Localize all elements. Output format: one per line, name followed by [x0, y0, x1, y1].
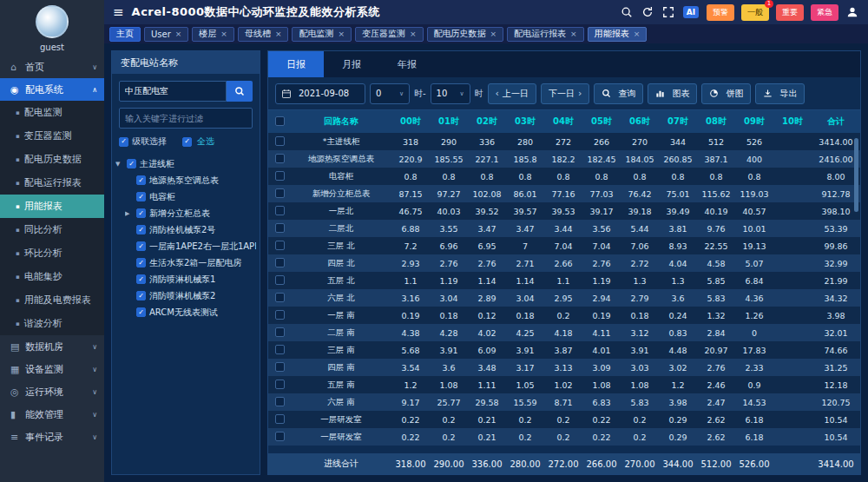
station-input[interactable]: [119, 81, 227, 102]
sidebar-subitem[interactable]: ▪电能集抄: [0, 265, 104, 288]
sidebar-item[interactable]: ◉配电系统∧: [0, 78, 104, 101]
alarm-button[interactable]: 重要: [776, 4, 804, 21]
tree-node[interactable]: ✓电容柜: [125, 188, 256, 205]
sidebar-item[interactable]: ⌂首页∨: [0, 56, 104, 78]
tree-node-root[interactable]: ▼✓主进线柜: [115, 155, 256, 172]
tree-checkbox[interactable]: ✓: [136, 225, 146, 234]
row-checkbox[interactable]: [275, 275, 285, 285]
tree-checkbox[interactable]: ✓: [136, 175, 146, 185]
pie-button[interactable]: 饼图: [701, 83, 751, 104]
close-icon[interactable]: ×: [634, 30, 641, 38]
sidebar-subitem[interactable]: ▪配电历史数据: [0, 148, 104, 171]
sidebar-subitem[interactable]: ▪配电运行报表: [0, 171, 104, 195]
user-icon[interactable]: [846, 6, 859, 19]
export-button[interactable]: 导出: [755, 83, 805, 104]
tree-checkbox[interactable]: ✓: [136, 241, 146, 251]
tab-item[interactable]: 楼层×: [192, 27, 234, 42]
sidebar-subitem[interactable]: ▪用能及电费报表: [0, 288, 104, 312]
search-icon[interactable]: [621, 6, 634, 19]
close-icon[interactable]: ×: [220, 30, 227, 38]
tree-checkbox[interactable]: ✓: [136, 208, 146, 218]
end-hour-select[interactable]: 10 ∨: [431, 83, 470, 104]
station-search-button[interactable]: [227, 81, 253, 102]
sidebar-item[interactable]: ▦设备监测∨: [0, 358, 104, 380]
tree-node[interactable]: ✓消防栓机械泵2号: [125, 221, 256, 238]
refresh-icon[interactable]: [641, 6, 654, 19]
ai-badge[interactable]: AI: [683, 6, 699, 18]
close-icon[interactable]: ×: [175, 30, 182, 38]
sidebar-item[interactable]: ▤数据机房∨: [0, 335, 104, 358]
close-icon[interactable]: ×: [338, 30, 345, 38]
alarm-button[interactable]: 预警: [707, 4, 734, 21]
close-icon[interactable]: ×: [570, 30, 577, 38]
sidebar-subitem[interactable]: ▪用能报表: [0, 195, 104, 218]
query-button[interactable]: 查询: [594, 83, 643, 104]
tree-node[interactable]: ✓ARCM无线表测试: [125, 304, 256, 320]
tab-item[interactable]: 配电监测×: [292, 27, 352, 42]
sidebar-item[interactable]: ▮能效管理∨: [0, 403, 104, 426]
tree-node[interactable]: ✓消防喷淋机械泵1: [125, 271, 256, 287]
tab-item[interactable]: 用能报表×: [588, 27, 648, 42]
menu-toggle-icon[interactable]: ≡: [113, 4, 124, 20]
sidebar-subitem[interactable]: ▪谐波分析: [0, 312, 104, 335]
close-icon[interactable]: ×: [490, 30, 497, 38]
sidebar-item[interactable]: ≡事件记录∨: [0, 426, 104, 448]
sidebar-subitem[interactable]: ▪同比分析: [0, 218, 104, 241]
chart-button[interactable]: 图表: [648, 83, 697, 104]
row-checkbox[interactable]: [275, 223, 285, 233]
next-day-button[interactable]: 下一日 ›: [541, 83, 589, 104]
tree-checkbox[interactable]: ✓: [127, 159, 136, 168]
row-checkbox[interactable]: [275, 327, 285, 337]
filter-input[interactable]: [119, 108, 253, 129]
tree-node[interactable]: ✓地源热泵空调总表: [125, 172, 256, 188]
alarm-button[interactable]: 一般1: [741, 4, 769, 21]
caret-right-icon[interactable]: ▶: [125, 210, 133, 217]
tree-node[interactable]: ▶✓新增分立柜总表: [125, 205, 256, 221]
date-picker[interactable]: 2021-09-08: [275, 83, 365, 104]
tab-item[interactable]: 配电历史数据×: [427, 27, 504, 42]
row-checkbox[interactable]: [275, 188, 285, 198]
sidebar-subitem[interactable]: ▪环比分析: [0, 241, 104, 265]
avatar[interactable]: [36, 5, 69, 38]
sidebar-subitem[interactable]: ▪变压器监测: [0, 124, 104, 148]
tab-item[interactable]: 配电运行报表×: [507, 27, 584, 42]
sidebar-item[interactable]: ◎运行环境∨: [0, 380, 104, 403]
cascade-checkbox[interactable]: ✓: [119, 137, 128, 147]
row-checkbox[interactable]: [275, 293, 285, 302]
tab-item[interactable]: 母线槽×: [238, 27, 289, 42]
row-checkbox[interactable]: [275, 136, 285, 146]
tab-item[interactable]: User×: [144, 27, 188, 42]
select-all-checkbox[interactable]: ✓: [182, 137, 192, 147]
tree-checkbox[interactable]: ✓: [136, 274, 146, 284]
caret-down-icon[interactable]: ▼: [115, 161, 123, 168]
row-checkbox[interactable]: [275, 345, 285, 354]
row-checkbox[interactable]: [275, 432, 285, 441]
tab-item[interactable]: 变压器监测×: [355, 27, 424, 42]
row-checkbox[interactable]: [275, 397, 285, 406]
row-checkbox[interactable]: [275, 414, 285, 424]
prev-day-button[interactable]: ‹ 上一日: [488, 83, 536, 104]
select-all-rows-checkbox[interactable]: [275, 116, 285, 126]
tree-checkbox[interactable]: ✓: [136, 307, 146, 317]
tree-checkbox[interactable]: ✓: [136, 192, 146, 201]
row-checkbox[interactable]: [275, 362, 285, 372]
row-checkbox[interactable]: [275, 241, 285, 250]
row-checkbox[interactable]: [275, 258, 285, 267]
start-hour-select[interactable]: 0 ∨: [370, 83, 410, 104]
report-tab[interactable]: 月报: [324, 51, 379, 77]
close-icon[interactable]: ×: [410, 30, 417, 38]
report-tab[interactable]: 日报: [268, 51, 324, 77]
vertical-scrollbar[interactable]: [854, 138, 858, 212]
close-icon[interactable]: ×: [275, 30, 282, 38]
alarm-button[interactable]: 紧急: [811, 4, 838, 21]
report-tab[interactable]: 年报: [379, 51, 435, 77]
row-checkbox[interactable]: [275, 310, 285, 320]
row-checkbox[interactable]: [275, 206, 285, 215]
sidebar-subitem[interactable]: ▪配电监测: [0, 101, 104, 124]
tree-checkbox[interactable]: ✓: [136, 291, 146, 300]
tree-node[interactable]: ✓消防喷淋机械泵2: [125, 287, 256, 304]
fullscreen-icon[interactable]: [662, 6, 675, 19]
tab-item[interactable]: 主页: [109, 27, 141, 42]
tree-node[interactable]: ✓生活水泵2箱一层配电房: [125, 254, 256, 271]
tree-checkbox[interactable]: ✓: [136, 258, 146, 267]
